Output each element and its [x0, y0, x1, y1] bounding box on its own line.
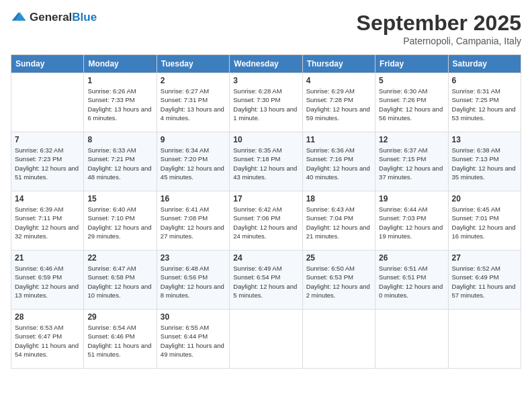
day-number: 11 — [306, 135, 371, 144]
day-info: Sunrise: 6:49 AMSunset: 6:54 PMDaylight:… — [233, 264, 298, 300]
calendar-cell: 24Sunrise: 6:49 AMSunset: 6:54 PMDayligh… — [230, 250, 302, 310]
day-header-sunday: Sunday — [11, 55, 84, 73]
location-title: Paternopoli, Campania, Italy — [357, 36, 521, 46]
calendar-cell: 9Sunrise: 6:34 AMSunset: 7:20 PMDaylight… — [157, 132, 229, 191]
calendar-cell: 14Sunrise: 6:39 AMSunset: 7:11 PMDayligh… — [11, 191, 84, 250]
logo: GeneralBlue — [11, 11, 97, 24]
month-title: September 2025 — [357, 11, 521, 36]
day-info: Sunrise: 6:36 AMSunset: 7:16 PMDaylight:… — [306, 146, 371, 181]
day-info: Sunrise: 6:29 AMSunset: 7:28 PMDaylight:… — [306, 87, 371, 122]
day-number: 13 — [452, 135, 517, 144]
calendar-cell: 1Sunrise: 6:26 AMSunset: 7:33 PMDaylight… — [84, 73, 157, 132]
day-header-tuesday: Tuesday — [157, 55, 229, 73]
day-info: Sunrise: 6:44 AMSunset: 7:03 PMDaylight:… — [379, 205, 444, 240]
day-info: Sunrise: 6:37 AMSunset: 7:15 PMDaylight:… — [379, 146, 444, 181]
day-number: 9 — [161, 135, 226, 144]
title-block: September 2025 Paternopoli, Campania, It… — [357, 11, 521, 46]
day-info: Sunrise: 6:42 AMSunset: 7:06 PMDaylight:… — [233, 205, 298, 240]
calendar-cell: 3Sunrise: 6:28 AMSunset: 7:30 PMDaylight… — [230, 73, 302, 132]
day-info: Sunrise: 6:31 AMSunset: 7:25 PMDaylight:… — [452, 87, 517, 122]
day-header-saturday: Saturday — [448, 55, 521, 73]
day-number: 22 — [87, 253, 152, 263]
day-info: Sunrise: 6:33 AMSunset: 7:21 PMDaylight:… — [87, 146, 152, 181]
day-info: Sunrise: 6:28 AMSunset: 7:30 PMDaylight:… — [233, 87, 298, 122]
day-number: 2 — [161, 76, 226, 85]
day-number: 30 — [161, 312, 226, 322]
day-info: Sunrise: 6:30 AMSunset: 7:26 PMDaylight:… — [379, 87, 444, 122]
calendar-cell: 30Sunrise: 6:55 AMSunset: 6:44 PMDayligh… — [157, 310, 229, 369]
day-number: 26 — [379, 253, 444, 263]
day-number: 5 — [379, 76, 444, 85]
calendar-cell: 27Sunrise: 6:52 AMSunset: 6:49 PMDayligh… — [448, 250, 521, 310]
calendar-cell: 6Sunrise: 6:31 AMSunset: 7:25 PMDaylight… — [448, 73, 521, 132]
day-info: Sunrise: 6:50 AMSunset: 6:53 PMDaylight:… — [306, 264, 371, 300]
day-info: Sunrise: 6:45 AMSunset: 7:01 PMDaylight:… — [452, 205, 517, 240]
day-number: 3 — [233, 76, 298, 85]
day-info: Sunrise: 6:39 AMSunset: 7:11 PMDaylight:… — [15, 205, 80, 240]
day-number: 29 — [87, 312, 152, 322]
calendar-cell: 16Sunrise: 6:41 AMSunset: 7:08 PMDayligh… — [157, 191, 229, 250]
calendar-cell: 21Sunrise: 6:46 AMSunset: 6:59 PMDayligh… — [11, 250, 84, 310]
day-info: Sunrise: 6:26 AMSunset: 7:33 PMDaylight:… — [87, 87, 152, 122]
day-number: 19 — [379, 194, 444, 203]
day-number: 25 — [306, 253, 371, 263]
calendar-cell: 13Sunrise: 6:38 AMSunset: 7:13 PMDayligh… — [448, 132, 521, 191]
day-info: Sunrise: 6:54 AMSunset: 6:46 PMDaylight:… — [87, 323, 152, 359]
day-number: 28 — [15, 312, 80, 322]
calendar-cell: 17Sunrise: 6:42 AMSunset: 7:06 PMDayligh… — [230, 191, 302, 250]
calendar-cell: 20Sunrise: 6:45 AMSunset: 7:01 PMDayligh… — [448, 191, 521, 250]
calendar-cell: 23Sunrise: 6:48 AMSunset: 6:56 PMDayligh… — [157, 250, 229, 310]
calendar-cell: 15Sunrise: 6:40 AMSunset: 7:10 PMDayligh… — [84, 191, 157, 250]
day-number: 10 — [233, 135, 298, 144]
day-number: 1 — [87, 76, 152, 85]
logo-icon — [11, 11, 27, 24]
day-number: 18 — [306, 194, 371, 203]
page-header: GeneralBlue September 2025 Paternopoli, … — [11, 11, 521, 46]
calendar-cell — [375, 310, 448, 369]
calendar-cell: 2Sunrise: 6:27 AMSunset: 7:31 PMDaylight… — [157, 73, 229, 132]
day-info: Sunrise: 6:53 AMSunset: 6:47 PMDaylight:… — [15, 323, 80, 359]
calendar-cell: 29Sunrise: 6:54 AMSunset: 6:46 PMDayligh… — [84, 310, 157, 369]
calendar-cell: 25Sunrise: 6:50 AMSunset: 6:53 PMDayligh… — [302, 250, 375, 310]
calendar-cell: 18Sunrise: 6:43 AMSunset: 7:04 PMDayligh… — [302, 191, 375, 250]
calendar-cell — [11, 73, 84, 132]
day-info: Sunrise: 6:47 AMSunset: 6:58 PMDaylight:… — [87, 264, 152, 300]
day-header-thursday: Thursday — [302, 55, 375, 73]
day-number: 17 — [233, 194, 298, 203]
day-info: Sunrise: 6:52 AMSunset: 6:49 PMDaylight:… — [452, 264, 517, 300]
calendar-cell: 7Sunrise: 6:32 AMSunset: 7:23 PMDaylight… — [11, 132, 84, 191]
calendar-cell: 10Sunrise: 6:35 AMSunset: 7:18 PMDayligh… — [230, 132, 302, 191]
calendar-cell: 4Sunrise: 6:29 AMSunset: 7:28 PMDaylight… — [302, 73, 375, 132]
calendar-cell: 12Sunrise: 6:37 AMSunset: 7:15 PMDayligh… — [375, 132, 448, 191]
day-number: 7 — [15, 135, 80, 144]
day-number: 14 — [15, 194, 80, 203]
calendar-cell: 26Sunrise: 6:51 AMSunset: 6:51 PMDayligh… — [375, 250, 448, 310]
calendar-cell: 11Sunrise: 6:36 AMSunset: 7:16 PMDayligh… — [302, 132, 375, 191]
day-number: 27 — [452, 253, 517, 263]
day-number: 21 — [15, 253, 80, 263]
calendar-cell: 28Sunrise: 6:53 AMSunset: 6:47 PMDayligh… — [11, 310, 84, 369]
day-info: Sunrise: 6:34 AMSunset: 7:20 PMDaylight:… — [161, 146, 226, 181]
day-header-monday: Monday — [84, 55, 157, 73]
day-header-friday: Friday — [375, 55, 448, 73]
day-info: Sunrise: 6:27 AMSunset: 7:31 PMDaylight:… — [161, 87, 226, 122]
day-number: 6 — [452, 76, 517, 85]
calendar-cell — [302, 310, 375, 369]
calendar-cell — [448, 310, 521, 369]
day-info: Sunrise: 6:43 AMSunset: 7:04 PMDaylight:… — [306, 205, 371, 240]
day-info: Sunrise: 6:55 AMSunset: 6:44 PMDaylight:… — [161, 323, 226, 359]
calendar-cell: 22Sunrise: 6:47 AMSunset: 6:58 PMDayligh… — [84, 250, 157, 310]
day-info: Sunrise: 6:40 AMSunset: 7:10 PMDaylight:… — [87, 205, 152, 240]
day-info: Sunrise: 6:46 AMSunset: 6:59 PMDaylight:… — [15, 264, 80, 300]
day-info: Sunrise: 6:38 AMSunset: 7:13 PMDaylight:… — [452, 146, 517, 181]
day-info: Sunrise: 6:48 AMSunset: 6:56 PMDaylight:… — [161, 264, 226, 300]
calendar-table: SundayMondayTuesdayWednesdayThursdayFrid… — [11, 54, 521, 369]
calendar-cell: 8Sunrise: 6:33 AMSunset: 7:21 PMDaylight… — [84, 132, 157, 191]
day-number: 8 — [87, 135, 152, 144]
day-header-wednesday: Wednesday — [230, 55, 302, 73]
day-number: 16 — [161, 194, 226, 203]
day-number: 23 — [161, 253, 226, 263]
day-number: 4 — [306, 76, 371, 85]
day-info: Sunrise: 6:51 AMSunset: 6:51 PMDaylight:… — [379, 264, 444, 300]
logo-general: General — [30, 11, 72, 24]
